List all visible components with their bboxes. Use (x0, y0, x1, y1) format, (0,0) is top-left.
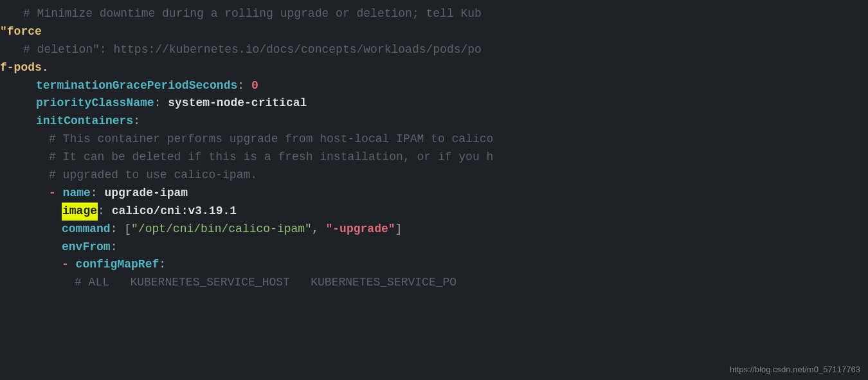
code-line: f-pods. (0, 59, 868, 77)
comment-text: # It can be deleted if this is a fresh i… (49, 149, 493, 167)
yaml-colon: : (154, 95, 168, 113)
code-line: - name: upgrade-ipam (0, 185, 868, 203)
code-line: image: calico/cni:v3.19.1 (0, 203, 868, 221)
code-line: # Minimize downtime during a rolling upg… (0, 5, 868, 23)
yaml-bracket: ] (395, 221, 402, 239)
comment-text: # deletion": https://kubernetes.io/docs/… (23, 41, 482, 59)
watermark: https://blog.csdn.net/m0_57117763 (730, 363, 860, 376)
yaml-dash: - (49, 185, 63, 203)
code-line: initContainers: (0, 113, 868, 131)
yaml-key: command (62, 221, 111, 239)
yaml-key: terminationGracePeriodSeconds (36, 77, 237, 95)
code-line: # upgraded to use calico-ipam. (0, 167, 868, 185)
comment-text: # Minimize downtime during a rolling upg… (23, 5, 482, 23)
yaml-red-string: "-upgrade" (326, 221, 395, 239)
yaml-value: calico/cni:v3.19.1 (112, 203, 237, 221)
yaml-key: configMapRef (76, 256, 159, 274)
code-line: # This container performs upgrade from h… (0, 131, 868, 149)
yaml-colon: : (237, 77, 251, 95)
highlight-box: image (62, 203, 98, 221)
comment-text: # upgraded to use calico-ipam. (49, 167, 257, 185)
comment-text: # ALL KUBERNETES_SERVICE_HOST KUBERNETES… (75, 274, 457, 292)
yaml-key: priorityClassName (36, 95, 154, 113)
yaml-colon: : (159, 256, 166, 274)
yaml-key: envFrom (62, 239, 111, 257)
code-line: # It can be deleted if this is a fresh i… (0, 149, 868, 167)
code-line: "force (0, 23, 868, 41)
code-line: command: ["/opt/cni/bin/calico-ipam", "-… (0, 221, 868, 239)
code-line: envFrom: (0, 239, 868, 257)
yaml-string-value: f-pods. (0, 59, 49, 77)
code-line: # ALL KUBERNETES_SERVICE_HOST KUBERNETES… (0, 274, 868, 292)
yaml-bracket: [ (124, 221, 131, 239)
code-editor: # Minimize downtime during a rolling upg… (0, 0, 868, 380)
yaml-string-item: "/opt/cni/bin/calico-ipam" (131, 221, 312, 239)
yaml-value: system-node-critical (168, 95, 307, 113)
yaml-dash: - (62, 256, 76, 274)
comment-text: # This container performs upgrade from h… (49, 131, 493, 149)
code-line: # deletion": https://kubernetes.io/docs/… (0, 41, 868, 59)
yaml-number: 0 (251, 77, 258, 95)
code-line: - configMapRef: (0, 256, 868, 274)
yaml-bracket: , (312, 221, 326, 239)
code-line: priorityClassName: system-node-critical (0, 95, 868, 113)
yaml-key: initContainers (36, 113, 133, 131)
yaml-colon: : (133, 113, 140, 131)
yaml-string-value: "force (0, 23, 42, 41)
yaml-value: upgrade-ipam (104, 185, 188, 203)
yaml-colon: : (111, 239, 118, 257)
yaml-key: name (63, 185, 91, 203)
code-line: terminationGracePeriodSeconds: 0 (0, 77, 868, 95)
yaml-colon: : (91, 185, 105, 203)
yaml-colon: : (111, 221, 125, 239)
yaml-colon: : (98, 203, 112, 221)
